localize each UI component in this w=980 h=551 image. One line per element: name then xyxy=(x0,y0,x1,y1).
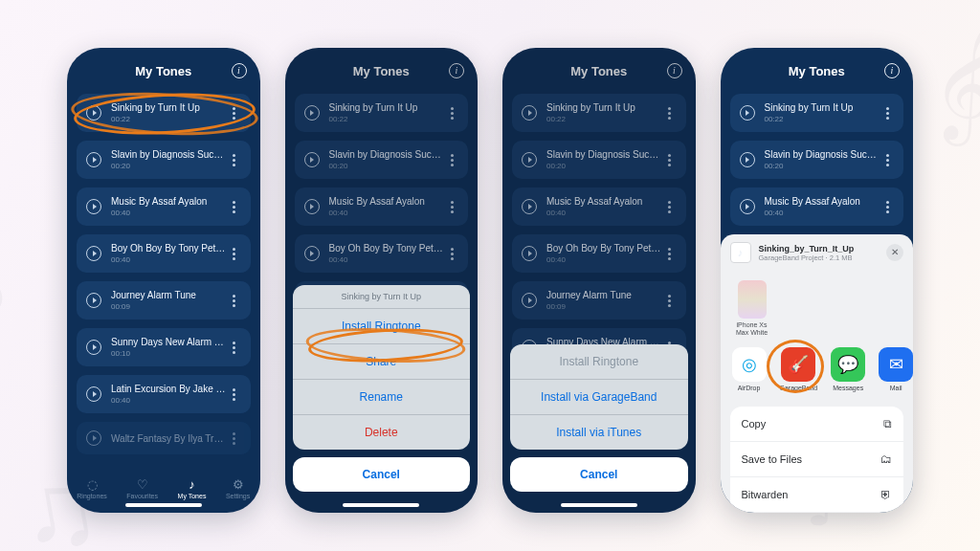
more-icon[interactable] xyxy=(228,154,241,166)
folder-icon: 🗂 xyxy=(880,452,892,466)
tone-row[interactable]: Latin Excursion By Jake Bra...00:40 xyxy=(77,375,251,413)
tab-bar: ◌Ringtones ♡Favourites ♪My Tones ⚙Settin… xyxy=(67,474,260,513)
screen-4-share-sheet: My Tones i Sinking by Turn It Up00:22 Sl… xyxy=(721,48,914,513)
install-garageband-button[interactable]: Install via GarageBand xyxy=(510,379,688,414)
mail-icon: ✉ xyxy=(879,347,913,382)
tones-list: Sinking by Turn It Up00:22 Slavin by Dia… xyxy=(67,94,260,474)
tone-title: Latin Excursion By Jake Bra... xyxy=(111,384,228,394)
sheet-header: Install Ringtone xyxy=(510,344,688,379)
cancel-button[interactable]: Cancel xyxy=(510,457,688,492)
tone-row[interactable]: Journey Alarm Tune00:09 xyxy=(77,281,251,320)
tone-title: Music By Assaf Ayalon xyxy=(111,196,228,207)
sheet-header: Sinking by Turn It Up xyxy=(293,285,471,308)
tone-title: Waltz Fantasy By Ilya Truhan... xyxy=(111,433,228,444)
shield-icon: ⛨ xyxy=(880,488,892,501)
tab-ringtones[interactable]: ◌Ringtones xyxy=(77,478,107,499)
play-icon[interactable] xyxy=(740,152,755,167)
play-icon[interactable] xyxy=(86,246,101,261)
tone-row[interactable]: Slavin by Diagnosis Success00:20 xyxy=(77,141,251,179)
screen-3-install-menu: My Tones i Sinking by Turn It Up00:22 Sl… xyxy=(502,48,696,513)
tone-title: Sunny Days New Alarm Sou... xyxy=(111,337,228,347)
close-icon[interactable]: ✕ xyxy=(886,244,903,261)
play-icon[interactable] xyxy=(86,199,101,214)
tone-duration: 00:22 xyxy=(111,115,228,123)
tone-duration: 00:40 xyxy=(111,209,228,217)
more-icon[interactable] xyxy=(228,342,241,354)
play-icon[interactable] xyxy=(86,152,101,167)
tone-row[interactable]: Sinking by Turn It Up00:22 xyxy=(77,94,251,132)
tone-row[interactable]: Sunny Days New Alarm Sou...00:10 xyxy=(77,328,251,366)
share-file-meta: GarageBand Project · 2.1 MB xyxy=(759,253,880,262)
cancel-button[interactable]: Cancel xyxy=(293,457,471,492)
share-app-airdrop[interactable]: ◎AirDrop xyxy=(732,347,767,391)
tab-favourites[interactable]: ♡Favourites xyxy=(126,478,158,499)
share-actions: Copy⧉ Save to Files🗂 Bitwarden⛨ xyxy=(730,407,904,512)
tone-row[interactable]: Music By Assaf Ayalon00:40 xyxy=(77,187,251,226)
tab-my-tones[interactable]: ♪My Tones xyxy=(178,478,207,499)
more-icon[interactable] xyxy=(228,295,241,307)
share-app-mail[interactable]: ✉Mail xyxy=(879,347,913,391)
more-icon[interactable] xyxy=(228,201,241,213)
tab-settings[interactable]: ⚙Settings xyxy=(226,478,250,499)
action-sheet: Sinking by Turn It Up Install Ringtone S… xyxy=(293,285,471,492)
more-icon[interactable] xyxy=(880,201,894,213)
ringtone-icon: ◌ xyxy=(87,478,98,491)
tone-row[interactable]: Waltz Fantasy By Ilya Truhan... xyxy=(77,422,251,454)
device-label: iPhone Xs Max White xyxy=(732,321,772,336)
action-sheet: Install Ringtone Install via GarageBand … xyxy=(510,344,688,492)
play-icon[interactable] xyxy=(86,340,101,355)
copy-action[interactable]: Copy⧉ xyxy=(730,407,904,441)
tone-title: Slavin by Diagnosis Success xyxy=(111,149,228,160)
share-app-messages[interactable]: 💬Messages xyxy=(831,347,865,391)
heart-icon: ♡ xyxy=(137,478,148,491)
file-thumbnail-icon: ♪ xyxy=(730,242,751,263)
rename-button[interactable]: Rename xyxy=(293,379,471,414)
play-icon[interactable] xyxy=(86,293,101,308)
tone-row[interactable]: Slavin by Diagnosis Success00:20 xyxy=(730,141,904,179)
more-icon[interactable] xyxy=(880,154,894,166)
tone-row[interactable]: Boy Oh Boy By Tony Petersen00:40 xyxy=(77,234,251,273)
play-icon[interactable] xyxy=(86,430,101,446)
tone-title: Boy Oh Boy By Tony Petersen xyxy=(111,243,228,253)
airdrop-icon: ◎ xyxy=(732,347,767,382)
share-button[interactable]: Share xyxy=(293,343,471,379)
tone-title: Sinking by Turn It Up xyxy=(111,102,228,113)
tone-duration: 00:09 xyxy=(111,302,228,311)
tone-duration: 00:40 xyxy=(111,396,228,405)
screen-2-item-menu: My Tones i Sinking by Turn It Up00:22 Sl… xyxy=(285,48,479,513)
tone-duration: 00:20 xyxy=(111,162,228,170)
more-icon[interactable] xyxy=(228,432,241,445)
play-icon[interactable] xyxy=(86,386,101,402)
note-icon: ♪ xyxy=(189,478,195,491)
share-app-garageband[interactable]: 🎸GarageBand xyxy=(780,347,818,391)
more-icon[interactable] xyxy=(880,107,894,120)
save-to-files-action[interactable]: Save to Files🗂 xyxy=(730,441,904,476)
copy-icon: ⧉ xyxy=(883,417,892,430)
info-icon[interactable]: i xyxy=(232,63,247,78)
messages-icon: 💬 xyxy=(831,347,865,382)
play-icon[interactable] xyxy=(740,199,755,214)
tone-title: Journey Alarm Tune xyxy=(111,290,228,300)
page-title: My Tones xyxy=(135,64,191,78)
tone-duration: 00:10 xyxy=(111,349,228,358)
page-title: My Tones xyxy=(789,64,845,78)
install-itunes-button[interactable]: Install via iTunes xyxy=(510,414,688,450)
delete-button[interactable]: Delete xyxy=(293,414,471,450)
device-icon xyxy=(738,280,767,319)
share-file-name: Sinking_by_Turn_It_Up xyxy=(759,244,880,253)
info-icon[interactable]: i xyxy=(884,63,900,78)
more-icon[interactable] xyxy=(228,388,241,401)
play-icon[interactable] xyxy=(740,105,755,121)
tone-row[interactable]: Sinking by Turn It Up00:22 xyxy=(730,94,904,132)
more-icon[interactable] xyxy=(228,107,241,120)
airdrop-device[interactable]: iPhone Xs Max White xyxy=(732,280,772,336)
play-icon[interactable] xyxy=(86,105,101,121)
screen-1-my-tones: My Tones i Sinking by Turn It Up00:22 Sl… xyxy=(67,48,260,513)
tone-row[interactable]: Music By Assaf Ayalon00:40 xyxy=(730,187,904,226)
bitwarden-action[interactable]: Bitwarden⛨ xyxy=(730,476,904,512)
tone-duration: 00:40 xyxy=(111,255,228,264)
more-icon[interactable] xyxy=(228,248,241,260)
install-ringtone-button[interactable]: Install Ringtone xyxy=(293,308,471,343)
gear-icon: ⚙ xyxy=(233,478,244,491)
share-sheet: ♪ Sinking_by_Turn_It_Up GarageBand Proje… xyxy=(721,234,914,513)
